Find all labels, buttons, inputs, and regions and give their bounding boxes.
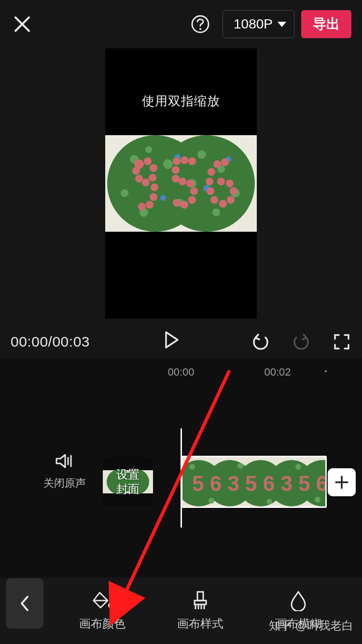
close-icon [14, 15, 31, 33]
bottom-toolbar: 画布颜色 画布样式 画布模糊 [0, 577, 362, 644]
svg-point-43 [181, 201, 188, 209]
svg-point-54 [226, 180, 234, 187]
svg-point-33 [138, 203, 146, 210]
ruler-tick-2: 00:02 [264, 366, 291, 378]
ruler-dot [325, 370, 327, 372]
mute-label: 关闭原声 [43, 476, 86, 490]
speaker-icon [55, 451, 75, 471]
tool-label: 画布样式 [177, 616, 223, 631]
add-clip-button[interactable] [328, 468, 356, 496]
svg-point-68 [209, 498, 214, 504]
svg-point-48 [206, 178, 213, 185]
svg-point-45 [221, 158, 229, 166]
svg-point-55 [217, 178, 225, 185]
svg-point-30 [151, 183, 158, 191]
time-total: 00:03 [52, 334, 90, 350]
svg-point-53 [230, 187, 237, 195]
clip-thumbnails: 5 6 3 5 6 3 5 6 [182, 457, 327, 508]
svg-point-36 [188, 157, 196, 165]
export-label: 导出 [313, 15, 340, 33]
tool-canvas-style[interactable]: 画布样式 [177, 590, 223, 631]
chevron-down-icon [278, 22, 286, 27]
ruler-tick-0: 00:00 [167, 366, 194, 378]
close-button[interactable] [11, 13, 34, 36]
time-ruler[interactable]: 00:00 00:02 [0, 359, 362, 382]
time-current: 00:00 [11, 334, 48, 350]
svg-point-72 [315, 497, 320, 503]
tool-label: 画布颜色 [79, 616, 125, 631]
svg-point-46 [213, 160, 221, 168]
brush-icon [190, 590, 211, 611]
svg-point-10 [121, 189, 128, 197]
video-preview[interactable]: 使用双指缩放 [105, 48, 257, 319]
svg-point-47 [208, 168, 215, 176]
resolution-select[interactable]: 1080P [223, 10, 294, 38]
redo-icon [292, 333, 310, 351]
svg-point-31 [150, 193, 157, 201]
cover-label: 设置封面 [116, 467, 139, 496]
svg-point-70 [266, 499, 272, 504]
svg-point-41 [190, 187, 198, 195]
play-button[interactable] [165, 331, 186, 352]
timeline[interactable]: 00:00 00:02 关闭原声 设置 [0, 359, 362, 577]
svg-point-35 [181, 156, 188, 164]
svg-point-24 [144, 157, 152, 165]
svg-point-25 [150, 164, 157, 172]
playhead[interactable] [181, 428, 182, 528]
tool-canvas-color[interactable]: 画布颜色 [79, 590, 125, 631]
watermark: 知乎 @叫我老白 [269, 618, 353, 633]
svg-point-27 [142, 179, 150, 186]
redo-button [292, 332, 311, 351]
svg-text:5 6 3 5 6 3 5 6: 5 6 3 5 6 3 5 6 [192, 472, 327, 495]
svg-point-49 [207, 187, 214, 195]
svg-rect-73 [197, 592, 203, 601]
svg-point-50 [210, 196, 218, 204]
play-icon [165, 331, 179, 349]
ruler-dot [228, 370, 230, 372]
fullscreen-icon [333, 333, 350, 350]
svg-point-8 [145, 146, 152, 153]
svg-point-39 [179, 178, 186, 185]
plus-icon [334, 475, 349, 490]
svg-point-29 [132, 167, 140, 175]
set-cover-button[interactable]: 设置封面 [103, 457, 153, 507]
chevron-left-icon [19, 595, 30, 612]
fullscreen-button[interactable] [332, 332, 351, 351]
resolution-label: 1080P [234, 16, 273, 32]
back-button[interactable] [6, 578, 43, 629]
svg-point-42 [188, 196, 196, 204]
export-button[interactable]: 导出 [301, 10, 351, 38]
svg-point-32 [146, 201, 153, 209]
mute-original-sound[interactable]: 关闭原声 [43, 451, 86, 490]
water-drop-icon [288, 590, 309, 611]
svg-point-67 [189, 464, 195, 470]
help-button[interactable] [189, 13, 212, 36]
svg-point-52 [227, 196, 235, 204]
svg-point-71 [295, 464, 301, 470]
paint-bucket-icon [92, 590, 113, 611]
video-clip[interactable]: 5 6 3 5 6 3 5 6 [181, 456, 327, 508]
undo-icon [251, 333, 270, 351]
svg-point-44 [173, 199, 181, 207]
svg-point-51 [219, 200, 227, 208]
time-display: 00:00/00:03 [11, 334, 90, 350]
svg-point-9 [163, 159, 173, 169]
pinch-zoom-hint: 使用双指缩放 [105, 93, 257, 110]
svg-point-38 [172, 175, 180, 182]
svg-point-34 [173, 157, 181, 165]
undo-button[interactable] [251, 332, 270, 351]
svg-point-19 [160, 195, 166, 201]
svg-point-1 [199, 28, 201, 30]
svg-rect-74 [195, 601, 206, 604]
svg-point-40 [186, 180, 194, 187]
svg-point-16 [212, 209, 220, 216]
svg-point-28 [135, 175, 143, 182]
svg-point-26 [149, 174, 156, 182]
svg-point-37 [172, 166, 180, 174]
svg-point-69 [237, 463, 243, 469]
preview-content [105, 135, 257, 232]
svg-point-13 [197, 150, 206, 159]
help-icon [191, 14, 210, 34]
